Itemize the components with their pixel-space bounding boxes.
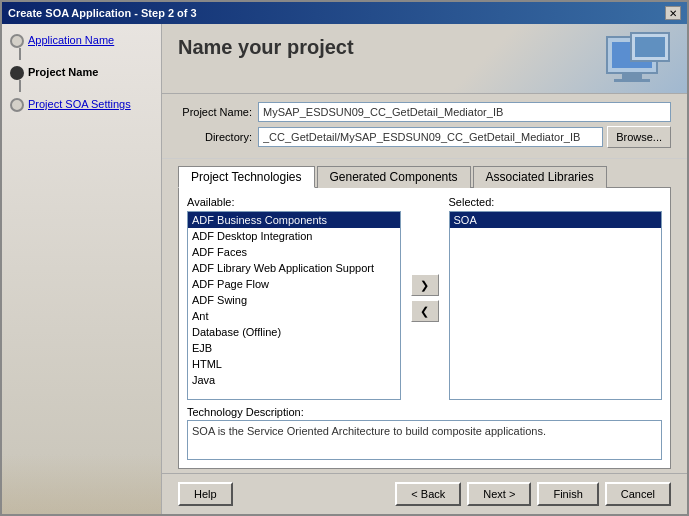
tab-bar: Project Technologies Generated Component… — [178, 165, 671, 188]
title-bar: Create SOA Application - Step 2 of 3 ✕ — [2, 2, 687, 24]
tech-desc-box: SOA is the Service Oriented Architecture… — [187, 420, 662, 460]
arrow-buttons: ❯ ❮ — [407, 196, 443, 400]
remove-button[interactable]: ❮ — [411, 300, 439, 322]
list-item[interactable]: Database (Offline) — [188, 324, 400, 340]
header: Name your project — [162, 24, 687, 94]
header-graphic — [597, 34, 667, 84]
list-item[interactable]: EJB — [188, 340, 400, 356]
selected-list[interactable]: SOA — [449, 211, 663, 400]
tech-desc-label: Technology Description: — [187, 406, 662, 418]
list-item[interactable]: ADF Page Flow — [188, 276, 400, 292]
main-content: Name your project — [162, 24, 687, 514]
form-area: Project Name: Directory: Browse... — [162, 94, 687, 159]
list-item[interactable]: SOA — [450, 212, 662, 228]
list-item[interactable]: ADF Desktop Integration — [188, 228, 400, 244]
content-area: Application Name Project Name Project SO… — [2, 24, 687, 514]
footer-left: Help — [178, 482, 233, 506]
step-circle-3 — [10, 98, 24, 112]
project-name-row: Project Name: — [178, 102, 671, 122]
tech-desc-area: Technology Description: SOA is the Servi… — [187, 406, 662, 460]
step-line-1 — [19, 48, 21, 60]
sidebar-label-project-name: Project Name — [28, 66, 98, 78]
step-line-2 — [19, 80, 21, 92]
back-button[interactable]: < Back — [395, 482, 461, 506]
available-selected-section: Available: ADF Business Components ADF D… — [187, 196, 662, 400]
project-name-label: Project Name: — [178, 106, 258, 118]
list-item[interactable]: Java — [188, 372, 400, 388]
help-button[interactable]: Help — [178, 482, 233, 506]
directory-row: Directory: Browse... — [178, 126, 671, 148]
selected-label: Selected: — [449, 196, 663, 208]
list-item[interactable]: Ant — [188, 308, 400, 324]
directory-label: Directory: — [178, 131, 258, 143]
footer: Help < Back Next > Finish Cancel — [162, 473, 687, 514]
available-section: Available: ADF Business Components ADF D… — [187, 196, 401, 400]
main-window: Create SOA Application - Step 2 of 3 ✕ A… — [0, 0, 689, 516]
list-item[interactable]: ADF Swing — [188, 292, 400, 308]
window-title: Create SOA Application - Step 2 of 3 — [8, 7, 197, 19]
sidebar-label-project-soa-settings: Project SOA Settings — [28, 98, 131, 110]
finish-button[interactable]: Finish — [537, 482, 598, 506]
browse-button[interactable]: Browse... — [607, 126, 671, 148]
next-button[interactable]: Next > — [467, 482, 531, 506]
list-item[interactable]: ADF Faces — [188, 244, 400, 260]
tab-generated-components[interactable]: Generated Components — [317, 166, 471, 188]
sidebar-item-project-name[interactable]: Project Name — [10, 66, 153, 92]
available-label: Available: — [187, 196, 401, 208]
cancel-button[interactable]: Cancel — [605, 482, 671, 506]
list-item[interactable]: ADF Business Components — [188, 212, 400, 228]
project-name-input[interactable] — [258, 102, 671, 122]
tab-panel: Project Technologies Generated Component… — [162, 159, 687, 473]
directory-input[interactable] — [258, 127, 603, 147]
list-item[interactable]: HTML — [188, 356, 400, 372]
available-list[interactable]: ADF Business Components ADF Desktop Inte… — [187, 211, 401, 400]
step-circle-1 — [10, 34, 24, 48]
sidebar: Application Name Project Name Project SO… — [2, 24, 162, 514]
footer-right: < Back Next > Finish Cancel — [395, 482, 671, 506]
tab-content: Available: ADF Business Components ADF D… — [178, 188, 671, 469]
sidebar-item-application-name[interactable]: Application Name — [10, 34, 153, 60]
close-button[interactable]: ✕ — [665, 6, 681, 20]
sidebar-item-project-soa-settings[interactable]: Project SOA Settings — [10, 98, 153, 112]
tab-project-technologies[interactable]: Project Technologies — [178, 166, 315, 188]
tab-associated-libraries[interactable]: Associated Libraries — [473, 166, 607, 188]
sidebar-label-application-name: Application Name — [28, 34, 114, 46]
step-circle-2 — [10, 66, 24, 80]
selected-section: Selected: SOA — [449, 196, 663, 400]
list-item[interactable]: ADF Library Web Application Support — [188, 260, 400, 276]
add-button[interactable]: ❯ — [411, 274, 439, 296]
